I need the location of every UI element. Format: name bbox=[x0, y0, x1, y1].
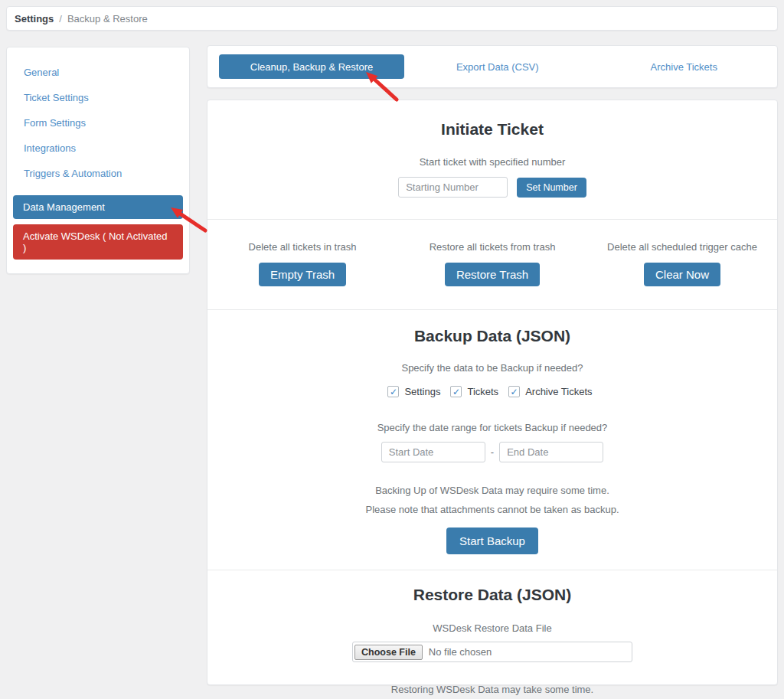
clear-cache-column: Delete all scheduled trigger cache Clear… bbox=[587, 241, 777, 286]
sidebar-item-data-management[interactable]: Data Management bbox=[13, 195, 183, 219]
breadcrumb: Settings / Backup & Restore bbox=[6, 6, 778, 31]
tickets-checkbox-label[interactable]: Tickets bbox=[467, 386, 498, 397]
tickets-checkbox[interactable]: ✓ bbox=[450, 386, 462, 397]
sidebar-item-ticket-settings[interactable]: Ticket Settings bbox=[13, 85, 183, 110]
breadcrumb-settings[interactable]: Settings bbox=[15, 13, 54, 24]
date-range-separator: - bbox=[491, 446, 494, 458]
end-date-input[interactable] bbox=[499, 442, 603, 462]
activate-wsdesk-button[interactable]: Activate WSDesk ( Not Activated ) bbox=[13, 224, 183, 260]
restore-trash-label: Restore all tickets from trash bbox=[397, 241, 587, 253]
cleanup-backup-restore-panel: Initiate Ticket Start ticket with specif… bbox=[207, 100, 778, 685]
start-date-input[interactable] bbox=[381, 442, 485, 462]
tab-cleanup-backup-restore[interactable]: Cleanup, Backup & Restore bbox=[219, 54, 404, 79]
tab-export-data-csv[interactable]: Export Data (CSV) bbox=[456, 61, 539, 73]
set-number-button[interactable]: Set Number bbox=[517, 178, 586, 198]
clear-now-button[interactable]: Clear Now bbox=[644, 263, 720, 286]
tab-archive-tickets-wrap: Archive Tickets bbox=[591, 60, 778, 73]
archive-tickets-checkbox-label[interactable]: Archive Tickets bbox=[525, 386, 592, 397]
restore-note: Restoring WSDesk Data may take some time… bbox=[207, 684, 777, 695]
checkbox-checked-icon: ✓ bbox=[452, 387, 460, 397]
starting-number-label: Start ticket with specified number bbox=[207, 156, 777, 168]
backup-date-range-row: - bbox=[207, 442, 777, 462]
restore-file-input[interactable]: Choose File No file chosen bbox=[352, 642, 632, 662]
clear-cache-label: Delete all scheduled trigger cache bbox=[587, 241, 777, 253]
initiate-ticket-title: Initiate Ticket bbox=[207, 120, 777, 139]
empty-trash-button[interactable]: Empty Trash bbox=[259, 263, 346, 286]
breadcrumb-separator: / bbox=[59, 13, 62, 24]
restore-data-section: Restore Data (JSON) WSDesk Restore Data … bbox=[207, 570, 777, 699]
sidebar-item-general[interactable]: General bbox=[13, 60, 183, 85]
sidebar-item-triggers-automation[interactable]: Triggers & Automation bbox=[13, 161, 183, 186]
settings-checkbox[interactable]: ✓ bbox=[387, 386, 399, 397]
restore-trash-column: Restore all tickets from trash Restore T… bbox=[397, 241, 587, 286]
sidebar-item-form-settings[interactable]: Form Settings bbox=[13, 110, 183, 136]
initiate-ticket-section: Initiate Ticket Start ticket with specif… bbox=[207, 100, 777, 219]
backup-data-label: Specify the data to be Backup if needed? bbox=[207, 362, 777, 374]
backup-data-title: Backup Data (JSON) bbox=[207, 327, 777, 345]
backup-date-range-label: Specify the date range for tickets Backu… bbox=[207, 422, 777, 433]
empty-trash-label: Delete all tickets in trash bbox=[207, 241, 397, 253]
cleanup-actions-row: Delete all tickets in trash Empty Trash … bbox=[207, 220, 777, 309]
starting-number-input[interactable] bbox=[398, 177, 508, 198]
settings-checkbox-label[interactable]: Settings bbox=[404, 386, 440, 397]
empty-trash-column: Delete all tickets in trash Empty Trash bbox=[207, 241, 397, 286]
backup-data-checkboxes: ✓ Settings ✓ Tickets ✓ Archive Tickets bbox=[207, 386, 777, 397]
start-backup-button[interactable]: Start Backup bbox=[446, 528, 538, 554]
breadcrumb-current-page: Backup & Restore bbox=[67, 13, 148, 24]
checkbox-checked-icon: ✓ bbox=[390, 387, 397, 397]
settings-page: Settings / Backup & Restore General Tick… bbox=[0, 0, 784, 699]
no-file-chosen-text: No file chosen bbox=[429, 646, 492, 658]
settings-sidebar: General Ticket Settings Form Settings In… bbox=[6, 47, 190, 274]
checkbox-checked-icon: ✓ bbox=[511, 387, 518, 397]
backup-data-section: Backup Data (JSON) Specify the data to b… bbox=[207, 310, 777, 570]
restore-file-label: WSDesk Restore Data File bbox=[207, 622, 777, 634]
backup-note-1: Backing Up of WSDesk Data may require so… bbox=[207, 485, 777, 496]
tab-archive-tickets[interactable]: Archive Tickets bbox=[651, 61, 717, 73]
restore-data-title: Restore Data (JSON) bbox=[207, 586, 777, 604]
backup-note-2: Please note that attachments cannot be t… bbox=[207, 504, 777, 515]
choose-file-button[interactable]: Choose File bbox=[354, 645, 423, 660]
archive-tickets-checkbox[interactable]: ✓ bbox=[508, 386, 520, 397]
data-management-tabs: Cleanup, Backup & Restore Export Data (C… bbox=[207, 45, 778, 88]
restore-trash-button[interactable]: Restore Trash bbox=[445, 263, 540, 286]
sidebar-item-integrations[interactable]: Integrations bbox=[13, 136, 183, 161]
tab-export-data-wrap: Export Data (CSV) bbox=[404, 60, 591, 73]
